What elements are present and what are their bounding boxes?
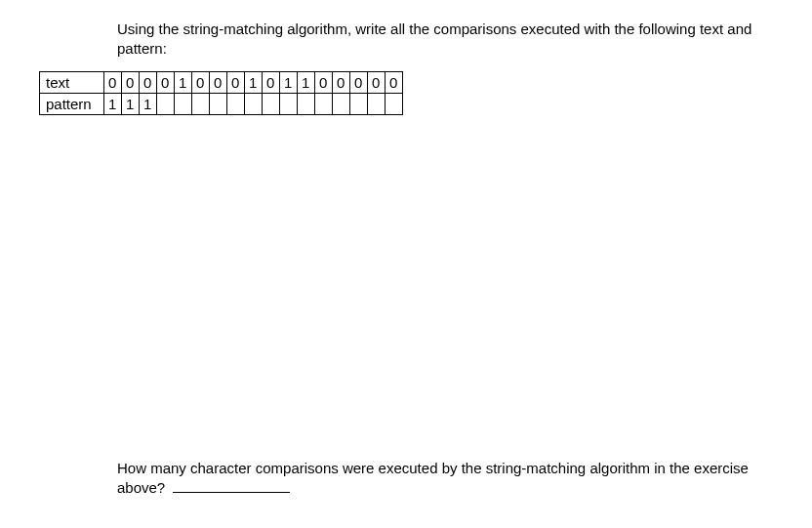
text-cell: 1 bbox=[174, 71, 191, 93]
pattern-cell bbox=[262, 93, 279, 114]
comparison-table: text 0 0 0 0 1 0 0 0 1 0 1 1 0 0 0 0 0 p… bbox=[39, 71, 403, 115]
text-cell: 0 bbox=[156, 71, 174, 93]
question-2: How many character comparisons were exec… bbox=[117, 459, 753, 499]
pattern-cell bbox=[349, 93, 367, 114]
pattern-cell bbox=[279, 93, 297, 114]
pattern-cell: 1 bbox=[103, 93, 121, 114]
intro-text: Using the string-matching algorithm, wri… bbox=[117, 20, 773, 60]
pattern-cell bbox=[297, 93, 314, 114]
pattern-cell bbox=[156, 93, 174, 114]
text-cell: 0 bbox=[209, 71, 226, 93]
pattern-cell bbox=[314, 93, 332, 114]
pattern-row-label: pattern bbox=[40, 93, 104, 114]
text-cell: 0 bbox=[226, 71, 244, 93]
text-cell: 0 bbox=[332, 71, 349, 93]
pattern-cell bbox=[332, 93, 349, 114]
question-2-text: How many character comparisons were exec… bbox=[117, 460, 749, 496]
text-cell: 1 bbox=[244, 71, 262, 93]
pattern-cell bbox=[209, 93, 226, 114]
text-cell: 0 bbox=[121, 71, 139, 93]
pattern-cell: 1 bbox=[121, 93, 139, 114]
text-cell: 0 bbox=[139, 71, 156, 93]
pattern-cell bbox=[174, 93, 191, 114]
text-cell: 0 bbox=[314, 71, 332, 93]
text-cell: 1 bbox=[297, 71, 314, 93]
pattern-cell bbox=[367, 93, 385, 114]
table-row: text 0 0 0 0 1 0 0 0 1 0 1 1 0 0 0 0 0 bbox=[40, 71, 403, 93]
pattern-cell bbox=[191, 93, 209, 114]
text-cell: 0 bbox=[191, 71, 209, 93]
text-row-label: text bbox=[40, 71, 104, 93]
text-cell: 0 bbox=[103, 71, 121, 93]
pattern-cell bbox=[244, 93, 262, 114]
text-cell: 1 bbox=[279, 71, 297, 93]
table-row: pattern 1 1 1 bbox=[40, 93, 403, 114]
pattern-cell bbox=[226, 93, 244, 114]
answer-blank[interactable] bbox=[173, 492, 290, 493]
pattern-cell bbox=[385, 93, 402, 114]
text-cell: 0 bbox=[367, 71, 385, 93]
text-cell: 0 bbox=[349, 71, 367, 93]
pattern-cell: 1 bbox=[139, 93, 156, 114]
text-cell: 0 bbox=[262, 71, 279, 93]
text-cell: 0 bbox=[385, 71, 402, 93]
